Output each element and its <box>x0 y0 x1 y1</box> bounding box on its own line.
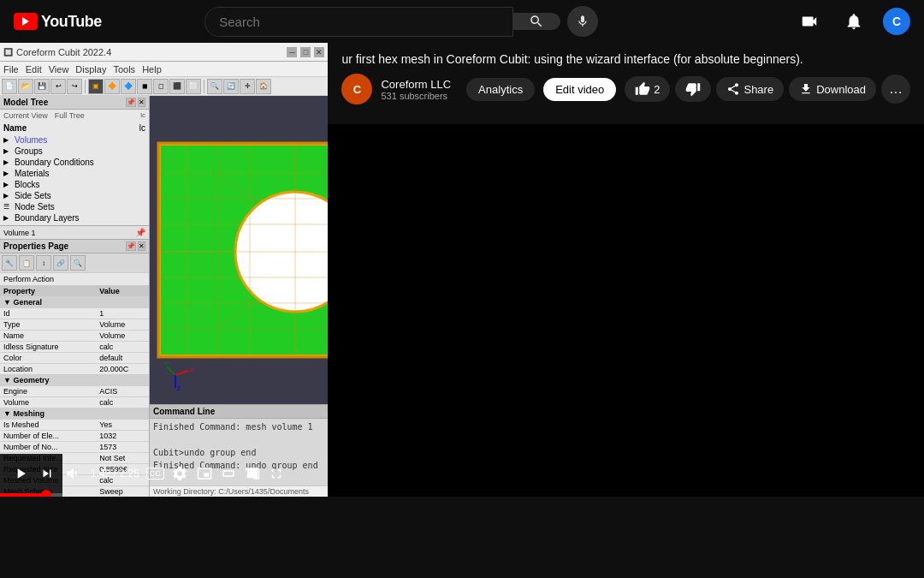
svg-text:X: X <box>189 367 192 373</box>
toolbar-icon-2[interactable]: 📂 <box>18 79 33 94</box>
toolbar-icon-16[interactable]: 🏠 <box>256 79 271 94</box>
menu-help[interactable]: Help <box>142 64 162 74</box>
notifications-button[interactable] <box>838 6 869 37</box>
minimize-button[interactable]: ─ <box>287 47 297 57</box>
create-icon <box>800 12 819 31</box>
toolbar-icon-3[interactable]: 💾 <box>34 79 50 94</box>
cc-badge[interactable]: CC <box>146 468 164 480</box>
edit-video-button[interactable]: Edit video <box>543 78 616 101</box>
menu-file[interactable]: File <box>3 64 19 74</box>
prop-tool-5[interactable]: 🔍 <box>70 255 86 271</box>
cubit-left-panel: Model Tree 📌 ✕ Current View Full Tree lc <box>0 96 150 497</box>
cubit-titlebar: 🔲 Coreform Cubit 2022.4 ─ □ ✕ <box>0 43 328 62</box>
toolbar-icon-7[interactable]: 🔶 <box>104 79 120 94</box>
search-button[interactable] <box>513 13 560 30</box>
cast-button[interactable] <box>243 464 262 483</box>
analytics-button[interactable]: Analytics <box>466 78 535 101</box>
cubit-window-title: Coreform Cubit 2022.4 <box>16 47 111 57</box>
search-input-wrapper <box>204 7 513 37</box>
download-button[interactable]: Download <box>789 77 876 101</box>
tree-item-blocks[interactable]: ▶ Blocks <box>3 179 145 190</box>
prop-tool-3[interactable]: ↕ <box>36 255 51 271</box>
miniplayer-icon <box>197 466 212 481</box>
search-icon <box>529 14 544 29</box>
avatar[interactable]: C <box>883 8 910 35</box>
prop-row-location: Location20.000C <box>0 364 149 375</box>
properties-toolbar: 🔧 📋 ↕ 🔗 🔍 <box>0 253 149 273</box>
volume-pin-icon[interactable]: 📌 <box>135 228 145 237</box>
dislike-button[interactable] <box>675 76 711 102</box>
menu-edit[interactable]: Edit <box>26 64 42 74</box>
menu-display[interactable]: Display <box>75 64 106 74</box>
toolbar-icon-9[interactable]: ◼ <box>137 79 152 94</box>
svg-text:Z: Z <box>177 385 181 391</box>
toolbar-icon-4[interactable]: ↩ <box>50 79 66 94</box>
settings-button[interactable] <box>169 463 190 484</box>
volume-icon <box>65 465 82 482</box>
video-section: 🔲 Coreform Cubit 2022.4 ─ □ ✕ File Edit … <box>0 43 924 497</box>
toolbar-icon-5[interactable]: ↪ <box>67 79 82 94</box>
viewport-column: X Y Z Command Line 📌 <box>150 96 328 497</box>
prop-tool-2[interactable]: 📋 <box>19 255 34 271</box>
bell-icon <box>844 12 863 31</box>
mute-button[interactable] <box>63 463 84 484</box>
tree-item-boundary-layers[interactable]: ▶ Boundary Layers <box>3 212 145 223</box>
video-title: ur first hex mesh in Coreform Cubit: usi… <box>328 43 924 70</box>
prop-row-id: Id1 <box>0 308 149 319</box>
tree-item-nodesets[interactable]: ☰ Node Sets <box>3 201 145 212</box>
miniplayer-button[interactable] <box>195 464 214 483</box>
create-button[interactable] <box>794 6 825 37</box>
tree-item-materials[interactable]: ▶ Materials <box>3 168 145 179</box>
cubit-toolbar: 📄 📂 💾 ↩ ↪ ▣ 🔶 🔷 ◼ ◻ ⬛ ⬜ 🔍 🔄 ✛ 🏠 <box>0 77 328 96</box>
like-button[interactable]: 2 <box>625 76 670 102</box>
viewport: X Y Z <box>150 96 328 404</box>
channel-avatar[interactable]: C <box>341 74 372 104</box>
mic-button[interactable] <box>567 6 598 37</box>
toolbar-icon-13[interactable]: 🔍 <box>207 79 222 94</box>
toolbar-icon-14[interactable]: 🔄 <box>223 79 239 94</box>
toolbar-icon-12[interactable]: ⬜ <box>186 79 201 94</box>
prop-tool-1[interactable]: 🔧 <box>2 255 17 271</box>
cast-icon <box>245 466 260 481</box>
theater-button[interactable] <box>219 464 238 483</box>
video-controls-bar: 1:42 / 2:25 CC <box>0 454 62 493</box>
share-button[interactable]: Share <box>716 77 784 101</box>
play-pause-button[interactable] <box>10 463 31 484</box>
general-section: ▼ General <box>0 297 149 308</box>
properties-close[interactable]: ✕ <box>138 241 145 251</box>
properties-pin[interactable]: 📌 <box>126 241 136 251</box>
restore-button[interactable]: □ <box>300 47 311 57</box>
working-dir-bar: Working Directory: C:/Users/1435/Documen… <box>150 486 328 497</box>
tree-item-volumes[interactable]: ▶ Volumes <box>3 134 145 146</box>
channel-subs: 531 subscribers <box>381 91 451 101</box>
cubit-menubar: File Edit View Display Tools Help <box>0 62 328 77</box>
video-overlay: 1:42 / 2:25 CC <box>0 454 62 497</box>
prop-row-name: NameVolume <box>0 331 149 342</box>
toolbar-icon-10[interactable]: ◻ <box>153 79 169 94</box>
tree-item-sidesets[interactable]: ▶ Side Sets <box>3 190 145 201</box>
youtube-logo[interactable]: YouTube <box>14 13 102 31</box>
properties-panel-title: Properties Page 📌 ✕ <box>0 240 149 253</box>
next-button[interactable] <box>38 464 56 483</box>
svg-line-42 <box>175 371 188 375</box>
toolbar-icon-6[interactable]: ▣ <box>88 79 104 94</box>
svg-text:Y: Y <box>164 361 169 366</box>
model-tree-pin[interactable]: 📌 <box>126 98 136 107</box>
more-options-button[interactable]: … <box>881 74 910 104</box>
prop-row-ismeshed: Is MeshedYes <box>0 420 149 431</box>
tree-item-groups[interactable]: ▶ Groups <box>3 146 145 157</box>
toolbar-icon-1[interactable]: 📄 <box>2 79 17 94</box>
tree-item-boundary-conditions[interactable]: ▶ Boundary Conditions <box>3 157 145 168</box>
channel-info: Coreform LLC 531 subscribers <box>381 78 451 101</box>
toolbar-icon-15[interactable]: ✛ <box>240 79 255 94</box>
toolbar-icon-11[interactable]: ⬛ <box>169 79 185 94</box>
menu-view[interactable]: View <box>49 64 69 74</box>
model-tree-close[interactable]: ✕ <box>138 98 145 107</box>
tree-header: Current View Full Tree lc <box>3 111 145 120</box>
search-input[interactable] <box>205 8 512 36</box>
toolbar-icon-8[interactable]: 🔷 <box>121 79 136 94</box>
menu-tools[interactable]: Tools <box>113 64 135 74</box>
prop-tool-4[interactable]: 🔗 <box>53 255 68 271</box>
fullscreen-button[interactable] <box>267 464 286 483</box>
close-button[interactable]: ✕ <box>314 47 324 57</box>
